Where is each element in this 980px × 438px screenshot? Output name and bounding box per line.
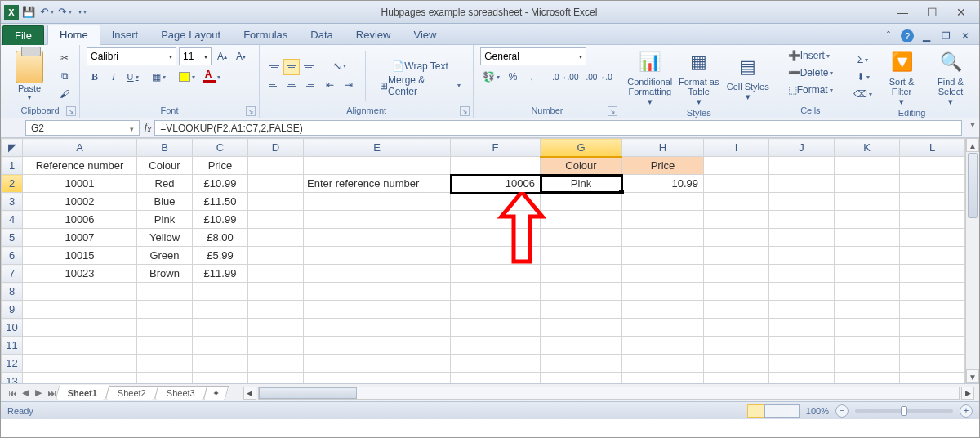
formula-bar[interactable]: =VLOOKUP(F2,A1:C7,2,FALSE)	[154, 120, 962, 136]
new-sheet-button[interactable]: ✦	[203, 386, 229, 400]
vertical-scrollbar[interactable]: ▲ ▼	[965, 138, 979, 383]
cell-h2[interactable]: 10.99	[622, 175, 704, 193]
window-close-icon[interactable]: ✕	[958, 30, 973, 42]
row-header-5[interactable]: 5	[2, 229, 23, 247]
horizontal-scrollbar[interactable]: ◀ ▶	[243, 387, 974, 400]
qat-customize-icon[interactable]: ▾	[74, 4, 91, 20]
cell-e1[interactable]	[304, 157, 451, 175]
align-right-button[interactable]	[301, 76, 317, 92]
cell-styles-button[interactable]: ▤Cell Styles ▾	[726, 52, 770, 101]
format-painter-button[interactable]: 🖌	[56, 86, 73, 102]
zoom-in-button[interactable]: +	[960, 404, 973, 418]
window-minimize-icon[interactable]: ▁	[919, 30, 933, 42]
orientation-button[interactable]: ⤡	[322, 58, 357, 74]
format-cells-button[interactable]: ⬚ Format	[784, 82, 837, 98]
select-all-button[interactable]: ◤	[2, 139, 23, 157]
format-as-table-button[interactable]: ▦Format as Table ▾	[677, 47, 721, 106]
row-header-6[interactable]: 6	[2, 247, 23, 265]
italic-button[interactable]: I	[105, 69, 122, 85]
row-header-9[interactable]: 9	[2, 301, 23, 319]
font-family-combo[interactable]: ▾	[87, 47, 176, 65]
align-center-button[interactable]	[283, 76, 300, 92]
normal-view-button[interactable]	[747, 404, 765, 418]
wrap-text-button[interactable]: 📄 Wrap Text	[374, 58, 466, 74]
row-header-13[interactable]: 13	[2, 373, 23, 384]
fill-button[interactable]: ⬇	[851, 69, 875, 85]
sort-filter-button[interactable]: 🔽Sort & Filter ▾	[880, 47, 924, 106]
insert-cells-button[interactable]: ➕ Insert	[784, 47, 834, 64]
hscroll-left-button[interactable]: ◀	[243, 387, 256, 400]
merge-center-button[interactable]: ⊞ Merge & Center	[374, 78, 466, 94]
paste-button[interactable]: Paste▾	[7, 49, 51, 103]
col-header-e[interactable]: E	[304, 139, 451, 157]
cell-a1[interactable]: Reference number	[23, 157, 137, 175]
maximize-button[interactable]: ☐	[920, 6, 943, 19]
autosum-button[interactable]: Σ	[851, 51, 875, 68]
cut-button[interactable]: ✂	[56, 50, 73, 66]
scroll-down-button[interactable]: ▼	[966, 369, 979, 383]
number-dialog-icon[interactable]: ↘	[608, 106, 617, 116]
increase-indent-button[interactable]: ⇥	[341, 77, 357, 93]
cell-f1[interactable]	[451, 157, 541, 175]
minimize-ribbon-icon[interactable]: ˆ	[881, 30, 896, 42]
percent-button[interactable]: %	[505, 69, 521, 85]
redo-icon[interactable]: ↷	[56, 4, 73, 20]
tab-page-layout[interactable]: Page Layout	[149, 25, 232, 44]
row-header-11[interactable]: 11	[2, 337, 23, 355]
delete-cells-button[interactable]: ➖ Delete	[784, 65, 838, 81]
cell-d1[interactable]	[248, 157, 304, 175]
number-format-combo[interactable]: ▾	[480, 47, 586, 65]
copy-button[interactable]: ⧉	[56, 68, 73, 84]
cell-i1[interactable]	[704, 157, 769, 175]
col-header-g[interactable]: G	[541, 139, 622, 157]
decrease-font-button[interactable]: A▾	[233, 48, 249, 65]
cell-d2[interactable]	[248, 175, 304, 193]
sheet-tab-1[interactable]: Sheet1	[56, 385, 110, 400]
sheet-tab-3[interactable]: Sheet3	[154, 386, 207, 400]
col-header-a[interactable]: A	[23, 139, 137, 157]
col-header-b[interactable]: B	[137, 139, 193, 157]
comma-button[interactable]: ,	[523, 69, 540, 85]
underline-button[interactable]: U	[124, 69, 141, 85]
accounting-format-button[interactable]: 💱	[480, 69, 502, 85]
align-left-button[interactable]	[266, 76, 283, 92]
col-header-c[interactable]: C	[193, 139, 248, 157]
cell-h1[interactable]: Price	[622, 157, 704, 175]
tab-formulas[interactable]: Formulas	[232, 25, 299, 44]
sheet-nav-first-icon[interactable]: ⏮	[6, 388, 19, 398]
fx-icon[interactable]: fx	[145, 121, 151, 134]
row-header-12[interactable]: 12	[2, 355, 23, 373]
tab-home[interactable]: Home	[47, 25, 100, 45]
col-header-j[interactable]: J	[769, 139, 835, 157]
cell-c1[interactable]: Price	[193, 157, 248, 175]
close-button[interactable]: ✕	[950, 6, 973, 19]
zoom-slider[interactable]	[855, 409, 953, 413]
fill-color-button[interactable]	[176, 69, 198, 85]
zoom-level[interactable]: 100%	[806, 406, 829, 416]
minimize-button[interactable]: —	[891, 6, 914, 19]
align-top-button[interactable]	[266, 59, 283, 75]
sheet-nav-prev-icon[interactable]: ◀	[19, 387, 32, 398]
worksheet-grid[interactable]: ◤ A B C D E F G H I J K L 1 Reference nu…	[1, 138, 979, 383]
name-box-dropdown-icon[interactable]	[130, 123, 134, 134]
undo-icon[interactable]: ↶	[38, 4, 55, 20]
cell-g1[interactable]: Colour	[541, 157, 622, 175]
cell-a2[interactable]: 10001	[23, 175, 137, 193]
bold-button[interactable]: B	[87, 69, 103, 85]
tab-review[interactable]: Review	[345, 25, 403, 44]
zoom-out-button[interactable]: −	[835, 404, 849, 418]
conditional-formatting-button[interactable]: 📊Conditional Formatting ▾	[628, 47, 672, 106]
font-size-combo[interactable]: ▾	[179, 47, 212, 65]
cell-c2[interactable]: £10.99	[193, 175, 248, 193]
tab-data[interactable]: Data	[299, 25, 344, 44]
page-break-view-button[interactable]	[782, 404, 800, 418]
decrease-indent-button[interactable]: ⇤	[322, 77, 338, 93]
window-restore-icon[interactable]: ❐	[938, 30, 953, 42]
cell-g2-selected[interactable]: Pink	[541, 175, 622, 193]
row-header-3[interactable]: 3	[2, 193, 23, 211]
row-header-10[interactable]: 10	[2, 319, 23, 337]
col-header-l[interactable]: L	[900, 139, 965, 157]
cell-b1[interactable]: Colour	[137, 157, 193, 175]
tab-file[interactable]: File	[2, 25, 44, 45]
col-header-d[interactable]: D	[248, 139, 304, 157]
